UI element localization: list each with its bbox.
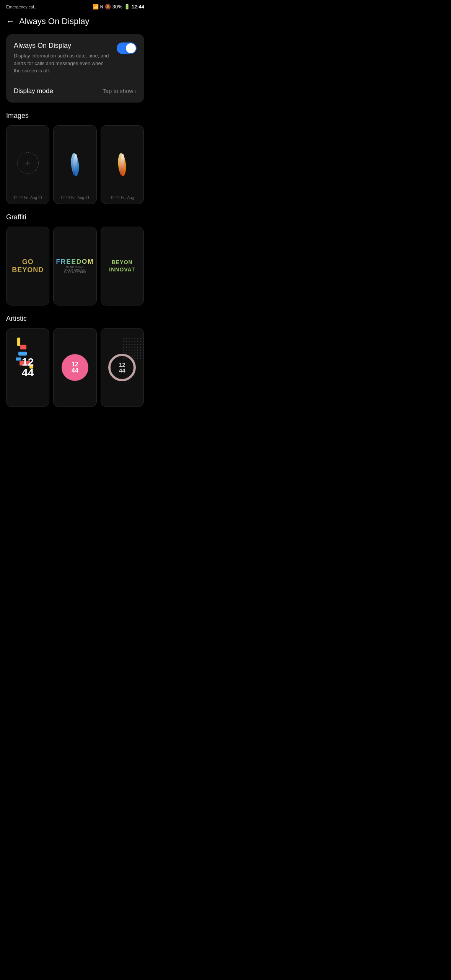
graffiti-section: Graffiti GO BEYOND FREEDOM IS NOTHINGBUT… [0, 213, 150, 305]
wifi-icon: 📶 [93, 4, 99, 10]
artistic-section: Artistic 1244 1244 [0, 315, 150, 407]
status-emergency: Emergency cal... [6, 5, 37, 9]
gold-feather-icon [114, 151, 130, 178]
artistic-grid: 1244 1244 1244 [0, 328, 150, 407]
status-right: 📶 N 🔕 30% 🔋 12:44 [93, 4, 144, 10]
bell-off-icon: 🔕 [105, 4, 111, 10]
tap-to-show-text: Tap to show [103, 88, 133, 94]
freedom-subtext: IS NOTHINGBUT A CHOICETHAT MATTERS [64, 266, 86, 274]
settings-card: Always On Display Display information su… [6, 34, 144, 103]
nfc-icon: N [100, 5, 103, 9]
add-image-card[interactable]: + 12:44 Fri, Aug 11 [6, 125, 49, 204]
page-header: ← Always On Display [0, 12, 150, 34]
display-mode-label: Display mode [14, 87, 53, 95]
art-blocks-time: 1244 [22, 357, 34, 378]
status-bar: Emergency cal... 📶 N 🔕 30% 🔋 12:44 [0, 0, 150, 12]
toggle-text-block: Always On Display Display information su… [14, 42, 117, 75]
add-icon: + [17, 152, 39, 174]
add-card-time: 12:44 Fri, Aug 11 [7, 196, 49, 200]
art-ring-card[interactable]: 1244 [101, 328, 144, 407]
graffiti-section-label: Graffiti [0, 213, 150, 221]
blue-feather-time: 12:44 Fri, Aug 11 [54, 196, 96, 200]
display-mode-action[interactable]: Tap to show › [103, 88, 137, 94]
aod-toggle[interactable] [117, 42, 137, 54]
toggle-knob [126, 43, 136, 53]
graffiti-grid: GO BEYOND FREEDOM IS NOTHINGBUT A CHOICE… [0, 227, 150, 305]
blue-feather-card[interactable]: 12:44 Fri, Aug 11 [53, 125, 96, 204]
divider [14, 81, 137, 81]
battery-percent: 30% [112, 4, 122, 10]
toggle-row: Always On Display Display information su… [14, 42, 137, 75]
art-blocks-card[interactable]: 1244 [6, 328, 49, 407]
artistic-section-label: Artistic [0, 315, 150, 323]
go-beyond-text: GO BEYOND [7, 258, 49, 274]
beyond-innovate-card[interactable]: BEYONINNOVAT [101, 227, 144, 305]
clock-time: 12:44 [132, 4, 144, 10]
svg-rect-5 [122, 337, 143, 359]
images-section-label: Images [0, 112, 150, 120]
freedom-word: FREEDOM [56, 258, 94, 266]
battery-icon: 🔋 [124, 4, 130, 10]
gold-feather-card[interactable]: 12:44 Fri, Aug [101, 125, 144, 204]
gold-feather-time: 12:44 Fri, Aug [101, 196, 143, 200]
art-circle-bg: 1244 [62, 354, 88, 381]
images-section: Images + 12:44 Fri, Aug 11 [0, 112, 150, 204]
page-title: Always On Display [19, 16, 89, 26]
freedom-card[interactable]: FREEDOM IS NOTHINGBUT A CHOICETHAT MATTE… [53, 227, 96, 305]
chevron-right-icon: › [135, 88, 137, 94]
go-beyond-card[interactable]: GO BEYOND [6, 227, 49, 305]
toggle-description: Display information such as date, time, … [14, 52, 111, 75]
back-button[interactable]: ← [6, 16, 15, 26]
blue-feather-icon [67, 151, 83, 178]
toggle-title: Always On Display [14, 42, 111, 50]
art-circle-card[interactable]: 1244 [53, 328, 96, 407]
images-grid: + 12:44 Fri, Aug 11 [0, 125, 150, 204]
beyond-innovate-text: BEYONINNOVAT [109, 259, 135, 273]
display-mode-row[interactable]: Display mode Tap to show › [14, 87, 137, 95]
art-circle-time: 1244 [72, 361, 78, 374]
